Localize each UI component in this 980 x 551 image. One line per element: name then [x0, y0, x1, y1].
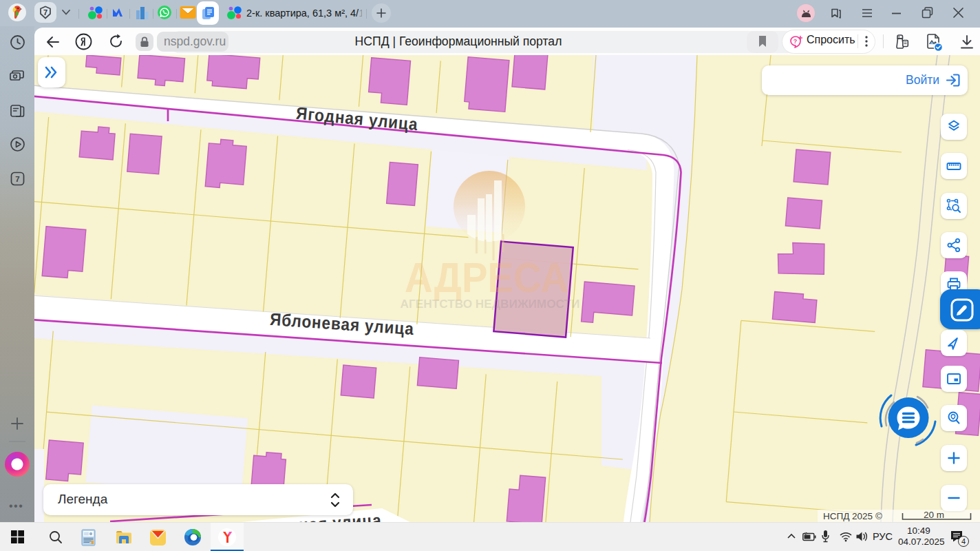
svg-text:7: 7 [15, 175, 19, 183]
svg-text:АДРЕСА: АДРЕСА [405, 253, 568, 301]
svg-text:7: 7 [43, 8, 47, 17]
svg-text:АГЕНТСТВО НЕДВИЖИМОСТИ: АГЕНТСТВО НЕДВИЖИМОСТИ [401, 298, 580, 311]
svg-text:?: ? [793, 38, 798, 45]
